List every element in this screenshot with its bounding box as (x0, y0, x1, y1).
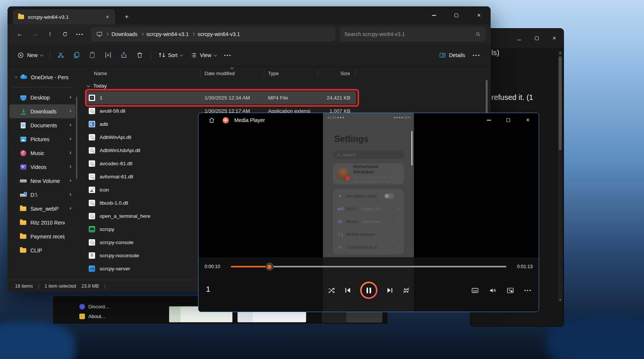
breadcrumb-label[interactable]: Downloads (112, 31, 138, 37)
sidebar-item[interactable]: CLIP (9, 243, 76, 257)
terminal-scrollbar-thumb[interactable] (559, 56, 562, 150)
column-header-type[interactable]: Type (264, 69, 318, 77)
back-button[interactable]: ← (13, 27, 27, 41)
column-header-name[interactable]: Name (85, 69, 201, 77)
phone-row-label: Wi-Fi (346, 207, 358, 211)
tab-close-icon[interactable]: × (104, 13, 111, 21)
seek-thumb[interactable] (265, 262, 274, 271)
breadcrumb-item[interactable]: scrcpy-win64-v3.1 (141, 31, 189, 37)
sidebar-item[interactable]: Pictures (9, 132, 76, 146)
sidebar-item[interactable]: Payment receipt (9, 229, 76, 243)
column-header-date-modified[interactable]: Date modified (201, 69, 264, 77)
sidebar-item-onedrive[interactable]: OneDrive - Pers (9, 70, 76, 84)
mini-player-button[interactable] (506, 287, 514, 294)
sidebar-item[interactable]: Desktop (9, 91, 76, 104)
sidebar-item[interactable]: New Volume (9, 174, 76, 188)
rename-button[interactable] (100, 48, 116, 62)
sidebar-item[interactable]: Videos (9, 160, 76, 174)
breadcrumb-item[interactable]: Downloads (106, 31, 138, 37)
terminal-scrollbar[interactable]: ▲ ▼ (558, 50, 562, 302)
view-button[interactable]: View (186, 48, 220, 62)
this-pc-icon (96, 32, 103, 37)
toast-discord[interactable]: Discord... (79, 304, 109, 309)
up-button[interactable]: ↑ (43, 27, 57, 41)
refresh-button[interactable] (58, 27, 72, 41)
new-tab-button[interactable]: + (120, 11, 133, 23)
sidebar-item[interactable]: Music (9, 146, 76, 160)
pause-button[interactable] (360, 282, 377, 299)
terminal-close-button[interactable]: × (553, 35, 556, 42)
sort-button[interactable]: ↑↓ Sort (154, 48, 186, 62)
pin-icon (68, 193, 73, 197)
explorer-close-button[interactable]: × (474, 11, 484, 20)
scroll-down-icon[interactable]: ▼ (558, 298, 562, 302)
breadcrumb-item[interactable]: scrcpy-win64-v3.1 (192, 31, 240, 37)
forward-button[interactable]: → (28, 27, 42, 41)
delete-button[interactable] (132, 48, 148, 62)
media-maximize-button[interactable] (503, 115, 514, 126)
phone-row-label: Bluetooth (346, 219, 359, 224)
share-button[interactable] (116, 48, 132, 62)
phone-search-icon (337, 154, 340, 156)
file-name: scrcpy (100, 226, 114, 232)
sidebar-item[interactable]: Ritz 2010 Renew (9, 216, 76, 229)
sidebar-item-label: Ritz 2010 Renew (30, 220, 65, 226)
explorer-navigation-bar: ← → ↑ ••• Downloads scrcpy-win64-v3.1 (8, 24, 491, 44)
terminal-output-line: refused it. (1 (491, 93, 533, 102)
explorer-tab[interactable]: scrcpy-win64-v3.1 × (13, 9, 115, 24)
nav-more-button[interactable]: ••• (73, 27, 87, 41)
scroll-up-icon[interactable]: ▲ (558, 51, 562, 54)
phone-search-placeholder: Search (342, 152, 356, 157)
terminal-minimize-button[interactable] (517, 35, 521, 42)
paste-button[interactable] (85, 48, 100, 62)
new-button[interactable]: New (14, 48, 47, 62)
toast-about[interactable]: About... (79, 314, 105, 319)
next-button[interactable] (386, 286, 394, 294)
command-bar-more-button[interactable]: ••• (220, 48, 236, 62)
home-button[interactable] (206, 115, 217, 126)
pin-icon (68, 165, 73, 169)
copy-button[interactable] (69, 48, 85, 62)
column-header-size[interactable]: Size (318, 69, 356, 77)
sidebar-item-label: Downloads (30, 109, 65, 115)
subtitles-icon (471, 287, 479, 294)
details-pane-button[interactable]: Details (435, 48, 469, 62)
previous-button[interactable] (344, 286, 352, 294)
toolbar-overflow-button[interactable]: ••• (469, 48, 485, 62)
file-icon (89, 121, 95, 127)
cut-button[interactable] (53, 48, 69, 62)
selection-count: 1 item selected (45, 284, 76, 289)
media-minimize-button[interactable] (483, 115, 494, 126)
sidebar-item[interactable]: Downloads (9, 104, 76, 118)
subtitles-button[interactable] (471, 287, 479, 294)
explorer-minimize-button[interactable] (429, 11, 439, 20)
search-input[interactable] (344, 31, 475, 37)
media-close-button[interactable]: × (522, 115, 533, 126)
media-more-button[interactable]: ••• (524, 288, 532, 293)
sidebar-item[interactable]: Documents (9, 118, 76, 132)
sidebar-item-label: D:\ (30, 192, 65, 198)
phone-row-icon: ↺ (337, 245, 342, 249)
view-button-label: View (200, 52, 211, 58)
breadcrumb-label[interactable]: scrcpy-win64-v3.1 (146, 31, 189, 37)
repeat-button[interactable] (402, 287, 410, 294)
media-player-window: 12:33 21% Settings Search Mohammed Abuba… (198, 113, 539, 312)
shuffle-button[interactable] (327, 287, 335, 294)
volume-button[interactable] (489, 287, 497, 294)
search-box[interactable] (340, 27, 485, 41)
file-name: AdbWinApi.dll (100, 134, 131, 140)
sidebar-item[interactable]: D:\ (9, 188, 76, 202)
expand-chevron-icon[interactable] (14, 76, 17, 78)
items-count: 16 items (15, 284, 33, 289)
chevron-down-icon (40, 53, 43, 56)
seek-bar[interactable] (231, 262, 506, 271)
terminal-maximize-button[interactable] (535, 35, 539, 42)
address-bar[interactable]: Downloads scrcpy-win64-v3.1 scrcpy-win64… (91, 27, 335, 41)
group-collapse-icon[interactable] (87, 84, 90, 87)
file-name: adb (100, 121, 108, 127)
sidebar-item[interactable]: Save_webP (9, 202, 76, 216)
explorer-maximize-button[interactable] (452, 11, 461, 20)
breadcrumb-label[interactable]: scrcpy-win64-v3.1 (198, 31, 240, 37)
search-icon[interactable] (475, 32, 481, 37)
sidebar-divider (13, 87, 72, 87)
